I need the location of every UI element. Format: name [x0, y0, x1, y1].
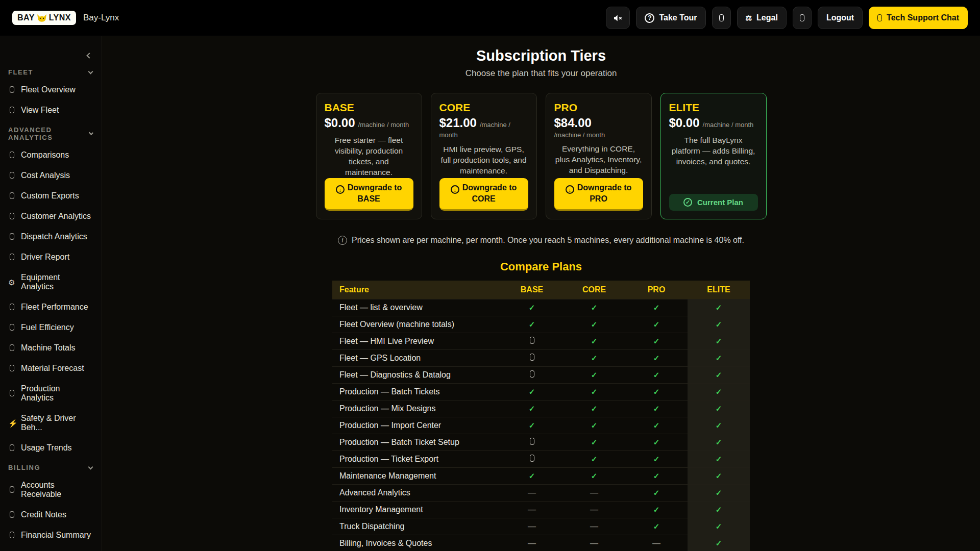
not-included-dash: — [590, 488, 598, 497]
sidebar-section-label: FLEET [8, 68, 33, 76]
sidebar-section-label: ADVANCED ANALYTICS [8, 126, 89, 141]
sidebar-item-accounts-receivable[interactable]: Accounts Receivable [0, 475, 102, 505]
sidebar-item-view-fleet[interactable]: View Fleet [0, 100, 102, 120]
sidebar-item-safety-driver-beh[interactable]: ⚡Safety & Driver Beh... [0, 408, 102, 438]
sidebar-item-machine-totals[interactable]: Machine Totals [0, 338, 102, 358]
pricing-note: i Prices shown are per machine, per mont… [102, 236, 980, 245]
tech-support-label: Tech Support Chat [887, 13, 959, 22]
downgrade-to-pro-button[interactable]: ↓Downgrade to PRO [554, 178, 643, 211]
missing-glyph-icon [8, 511, 15, 519]
value-cell: — [563, 535, 625, 551]
sidebar-item-label: Fleet Performance [21, 303, 88, 312]
table-row: Fleet — GPS Location✓✓✓ [332, 350, 750, 367]
logout-button[interactable]: Logout [818, 7, 863, 29]
table-row: Production — Batch Ticket Setup✓✓✓ [332, 434, 750, 451]
check-icon: ✓ [529, 471, 535, 480]
mute-button[interactable] [606, 7, 630, 29]
missing-glyph-icon [8, 304, 15, 311]
missing-glyph-icon [8, 192, 15, 200]
value-cell: ✓ [563, 350, 625, 367]
plan-card-elite: ELITE$0.00/machine / monthThe full BayLy… [660, 93, 767, 219]
value-cell: ✓ [688, 485, 750, 502]
header-icon-button-1[interactable] [712, 7, 731, 29]
feature-cell: Production — Batch Tickets [332, 384, 501, 400]
check-icon: ✓ [716, 539, 722, 547]
value-cell: ✓ [501, 316, 563, 333]
plan-description: Free starter — fleet visibility, product… [325, 135, 413, 178]
sidebar-item-usage-trends[interactable]: Usage Trends [0, 438, 102, 458]
column-header-base: BASE [501, 281, 563, 299]
tech-support-chat-button[interactable]: Tech Support Chat [869, 7, 968, 29]
downgrade-to-base-button[interactable]: ↓Downgrade to BASE [325, 178, 413, 211]
check-icon: ✓ [653, 404, 660, 413]
brand-name: Bay-Lynx [83, 13, 119, 23]
sidebar-section-billing[interactable]: BILLING [0, 458, 102, 475]
sidebar-item-fleet-performance[interactable]: Fleet Performance [0, 297, 102, 317]
feature-cell: Truck Dispatching [332, 518, 501, 535]
arrow-down-circle-icon: ↓ [336, 185, 345, 194]
check-icon: ✓ [591, 354, 598, 362]
sidebar-item-invoices[interactable]: Invoices [0, 545, 102, 551]
value-cell: ✓ [688, 384, 750, 400]
take-tour-button[interactable]: ? Take Tour [636, 7, 705, 29]
table-row: Truck Dispatching——✓✓ [332, 518, 750, 535]
missing-glyph-icon [530, 438, 534, 446]
sidebar-section-fleet[interactable]: FLEET [0, 63, 102, 80]
sidebar-item-comparisons[interactable]: Comparisons [0, 145, 102, 165]
sidebar-item-customer-analytics[interactable]: Customer Analytics [0, 206, 102, 227]
arrow-down-circle-icon: ↓ [451, 185, 459, 194]
value-cell: ✓ [563, 333, 625, 350]
value-cell: ✓ [688, 502, 750, 518]
sidebar-item-financial-summary[interactable]: Financial Summary [0, 525, 102, 545]
sidebar-item-credit-notes[interactable]: Credit Notes [0, 505, 102, 525]
check-icon: ✓ [653, 303, 660, 312]
missing-glyph-icon [530, 337, 534, 345]
legal-button[interactable]: ⚖ Legal [737, 7, 787, 29]
scales-icon: ⚖ [746, 14, 752, 22]
missing-glyph-icon [8, 344, 15, 352]
sidebar-section-label: BILLING [8, 464, 40, 471]
value-cell: — [501, 485, 563, 502]
missing-glyph-icon [8, 486, 15, 494]
plan-price: $21.00/machine / month [439, 116, 528, 139]
not-included-dash: — [590, 539, 598, 547]
sidebar-section-advanced-analytics[interactable]: ADVANCED ANALYTICS [0, 120, 102, 145]
sidebar-item-label: Credit Notes [21, 510, 66, 519]
value-cell: — [563, 502, 625, 518]
sidebar-item-cost-analysis[interactable]: Cost Analysis [0, 165, 102, 186]
table-row: Maintenance Management✓✓✓✓ [332, 468, 750, 485]
downgrade-to-core-button[interactable]: ↓Downgrade to CORE [439, 178, 528, 211]
sidebar-item-material-forecast[interactable]: Material Forecast [0, 358, 102, 379]
value-cell: ✓ [688, 451, 750, 468]
sidebar-item-label: Comparisons [21, 151, 69, 160]
feature-cell: Fleet — Diagnostics & Datalog [332, 367, 501, 384]
header-icon-button-2[interactable] [793, 7, 812, 29]
brand: BAY LYNX Bay-Lynx [12, 11, 119, 25]
plan-price: $0.00/machine / month [325, 116, 413, 130]
sidebar-item-custom-exports[interactable]: Custom Exports [0, 186, 102, 206]
sidebar-collapse-button[interactable] [84, 47, 94, 63]
sidebar-item-fleet-overview[interactable]: Fleet Overview [0, 80, 102, 100]
sidebar-nav: FLEETFleet OverviewView FleetADVANCED AN… [0, 36, 102, 551]
table-row: Fleet — Diagnostics & Datalog✓✓✓ [332, 367, 750, 384]
plan-price: $84.00/machine / month [554, 116, 643, 139]
value-cell: ✓ [563, 434, 625, 451]
check-icon: ✓ [653, 320, 660, 329]
sidebar-item-fuel-efficiency[interactable]: Fuel Efficiency [0, 317, 102, 338]
sidebar-item-production-analytics[interactable]: Production Analytics [0, 379, 102, 408]
value-cell: ✓ [625, 434, 688, 451]
missing-glyph-icon [8, 532, 15, 539]
sidebar-item-driver-report[interactable]: Driver Report [0, 247, 102, 267]
check-icon: ✓ [716, 522, 722, 531]
table-row: Inventory Management——✓✓ [332, 502, 750, 518]
feature-cell: Inventory Management [332, 502, 501, 518]
sidebar-item-equipment-analytics[interactable]: ⚙Equipment Analytics [0, 267, 102, 297]
missing-glyph-icon [8, 86, 15, 94]
chevron-left-icon [86, 53, 92, 58]
table-row: Production — Import Center✓✓✓✓ [332, 417, 750, 434]
check-icon: ✓ [529, 404, 535, 413]
sidebar-item-label: Driver Report [21, 253, 69, 262]
sidebar-item-dispatch-analytics[interactable]: Dispatch Analytics [0, 227, 102, 247]
speaker-mute-icon [613, 13, 623, 23]
sidebar-item-label: Material Forecast [21, 364, 84, 373]
